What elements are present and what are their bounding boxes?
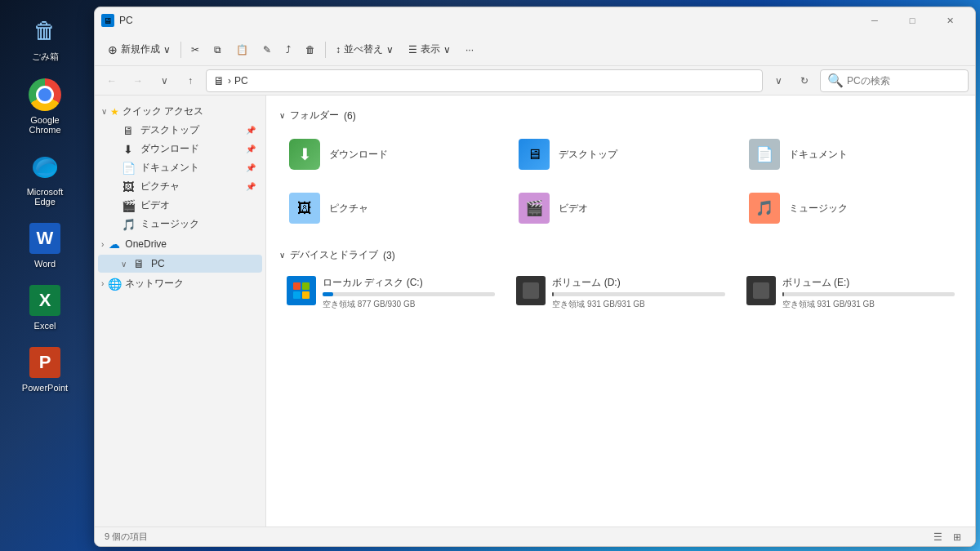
folder-item-documents[interactable]: 📄 ドキュメント bbox=[739, 131, 962, 178]
recent-button[interactable]: ∨ bbox=[154, 70, 175, 91]
drive-d-info: ボリューム (D:) 空き領域 931 GB/931 GB bbox=[552, 276, 724, 310]
sidebar-download-label: ダウンロード bbox=[140, 142, 199, 156]
pc-label: PC bbox=[151, 258, 165, 269]
folder-item-videos[interactable]: 🎬 ビデオ bbox=[509, 184, 732, 232]
sidebar-download-icon: ⬇ bbox=[121, 143, 136, 156]
sort-label: 並べ替え bbox=[344, 42, 383, 56]
new-chevron-icon: ∨ bbox=[163, 44, 171, 56]
toolbar-separator-1 bbox=[180, 42, 181, 58]
network-label: ネットワーク bbox=[125, 277, 184, 291]
sidebar-item-download[interactable]: ⬇ ダウンロード 📌 bbox=[98, 140, 262, 158]
powerpoint-icon-item[interactable]: P PowerPoint bbox=[12, 340, 78, 398]
drive-c-bar-container bbox=[323, 292, 495, 296]
sidebar-documents-label: ドキュメント bbox=[140, 161, 199, 175]
folder-videos-name: ビデオ bbox=[559, 202, 588, 216]
drive-item-c[interactable]: ローカル ディスク (C:) 空き領域 877 GB/930 GB bbox=[279, 270, 502, 316]
drive-e-bar-container bbox=[782, 292, 955, 296]
close-button[interactable]: ✕ bbox=[931, 7, 969, 33]
excel-label: Excel bbox=[34, 321, 56, 331]
recycle-bin-img: 🗑 bbox=[28, 13, 62, 47]
cut-button[interactable]: ✂ bbox=[185, 41, 206, 59]
sidebar-desktop-pin-icon: 📌 bbox=[246, 126, 256, 135]
more-button[interactable]: ··· bbox=[459, 41, 480, 59]
recycle-bin-icon[interactable]: 🗑 ごみ箱 bbox=[12, 8, 78, 68]
onedrive-header[interactable]: › ☁ OneDrive bbox=[95, 235, 265, 253]
folder-item-desktop[interactable]: 🖥 デスクトップ bbox=[509, 131, 732, 178]
powerpoint-img: P bbox=[28, 345, 62, 380]
sidebar-item-desktop[interactable]: 🖥 デスクトップ 📌 bbox=[98, 121, 262, 140]
edge-icon-item[interactable]: Microsoft Edge bbox=[12, 144, 78, 211]
sidebar-pictures-pin-icon: 📌 bbox=[246, 182, 256, 191]
address-bar: ← → ∨ ↑ 🖥 › PC ∨ ↻ 🔍 bbox=[95, 66, 975, 96]
excel-icon-item[interactable]: X Excel bbox=[12, 278, 78, 335]
sidebar-item-videos[interactable]: 🎬 ビデオ bbox=[98, 196, 262, 215]
new-icon: ⊕ bbox=[108, 43, 118, 56]
drives-grid: ローカル ディスク (C:) 空き領域 877 GB/930 GB ボリューム … bbox=[279, 270, 962, 316]
delete-button[interactable]: 🗑 bbox=[299, 41, 322, 59]
sidebar-music-label: ミュージック bbox=[140, 217, 199, 231]
drives-title: デバイスとドライブ bbox=[290, 248, 378, 262]
view-icon: ☰ bbox=[408, 44, 417, 56]
folders-section-header: ∨ フォルダー (6) bbox=[279, 109, 962, 122]
network-header[interactable]: › 🌐 ネットワーク bbox=[95, 274, 265, 293]
window-controls: ─ □ ✕ bbox=[856, 7, 969, 33]
sidebar-item-pictures[interactable]: 🖼 ピクチャ 📌 bbox=[98, 177, 262, 196]
drive-d-name: ボリューム (D:) bbox=[552, 276, 724, 290]
paste-button[interactable]: 📋 bbox=[229, 41, 255, 59]
forward-button[interactable]: → bbox=[127, 70, 149, 91]
copy-icon: ⧉ bbox=[214, 44, 221, 56]
drive-c-free: 空き領域 877 GB/930 GB bbox=[323, 299, 495, 310]
rename-button[interactable]: ✎ bbox=[256, 41, 278, 59]
drive-item-d[interactable]: ボリューム (D:) 空き領域 931 GB/931 GB bbox=[509, 270, 732, 316]
new-button[interactable]: ⊕ 新規作成 ∨ bbox=[101, 39, 177, 60]
copy-button[interactable]: ⧉ bbox=[207, 41, 228, 59]
share-icon: ⤴ bbox=[286, 44, 291, 56]
drive-e-free: 空き領域 931 GB/931 GB bbox=[782, 299, 955, 310]
drive-c-name: ローカル ディスク (C:) bbox=[323, 276, 495, 290]
chrome-icon-item[interactable]: Google Chrome bbox=[12, 73, 78, 140]
recycle-bin-label: ごみ箱 bbox=[32, 51, 59, 63]
status-bar: 9 個の項目 ☰ ⊞ bbox=[95, 527, 975, 546]
sidebar-documents-pin-icon: 📌 bbox=[246, 163, 256, 172]
quick-access-section: ∨ ★ クイック アクセス 🖥 デスクトップ 📌 ⬇ ダウンロード 📌 📄 ドキ… bbox=[95, 102, 265, 233]
sidebar-item-music[interactable]: 🎵 ミュージック bbox=[98, 215, 262, 233]
list-view-button[interactable]: ☰ bbox=[929, 529, 946, 545]
search-input[interactable] bbox=[847, 75, 961, 87]
folders-count: (6) bbox=[344, 110, 356, 122]
up-button[interactable]: ↑ bbox=[180, 70, 201, 91]
pc-header[interactable]: ∨ 🖥 PC bbox=[98, 255, 262, 273]
search-box[interactable]: 🔍 bbox=[820, 69, 969, 92]
address-path-bar[interactable]: 🖥 › PC bbox=[206, 69, 763, 92]
sidebar-desktop-label: デスクトップ bbox=[140, 123, 199, 137]
sidebar-music-icon: 🎵 bbox=[121, 218, 136, 231]
refresh-dropdown-button[interactable]: ∨ bbox=[768, 70, 789, 91]
word-icon-item[interactable]: W Word bbox=[12, 216, 78, 273]
sidebar-videos-label: ビデオ bbox=[140, 198, 170, 212]
drive-d-bar-container bbox=[552, 292, 724, 296]
quick-access-header[interactable]: ∨ ★ クイック アクセス bbox=[95, 102, 265, 121]
sidebar-item-documents[interactable]: 📄 ドキュメント 📌 bbox=[98, 158, 262, 177]
view-button[interactable]: ☰ 表示 ∨ bbox=[402, 39, 457, 60]
sort-button[interactable]: ↕ 並べ替え ∨ bbox=[329, 39, 400, 60]
sidebar-videos-icon: 🎬 bbox=[121, 199, 136, 212]
folder-item-pictures[interactable]: 🖼 ピクチャ bbox=[279, 184, 502, 232]
address-path-icon: 🖥 bbox=[213, 74, 225, 87]
word-label: Word bbox=[34, 259, 56, 269]
minimize-button[interactable]: ─ bbox=[856, 7, 893, 33]
grid-view-button[interactable]: ⊞ bbox=[949, 529, 965, 545]
drive-item-e[interactable]: ボリューム (E:) 空き領域 931 GB/931 GB bbox=[739, 270, 962, 316]
folder-documents-name: ドキュメント bbox=[789, 148, 848, 162]
word-img: W bbox=[28, 221, 62, 256]
folder-videos-icon: 🎬 bbox=[518, 192, 550, 224]
maximize-button[interactable]: □ bbox=[893, 7, 931, 33]
back-button[interactable]: ← bbox=[101, 70, 122, 91]
search-icon: 🔍 bbox=[827, 73, 844, 88]
share-button[interactable]: ⤴ bbox=[279, 41, 297, 59]
view-label: 表示 bbox=[421, 42, 440, 56]
folder-item-download[interactable]: ⬇ ダウンロード bbox=[279, 131, 502, 178]
folder-item-music[interactable]: 🎵 ミュージック bbox=[739, 184, 962, 232]
drive-c-info: ローカル ディスク (C:) 空き領域 877 GB/930 GB bbox=[323, 276, 495, 310]
refresh-button[interactable]: ↻ bbox=[794, 70, 815, 91]
more-icon: ··· bbox=[466, 44, 474, 56]
powerpoint-label: PowerPoint bbox=[22, 383, 68, 393]
